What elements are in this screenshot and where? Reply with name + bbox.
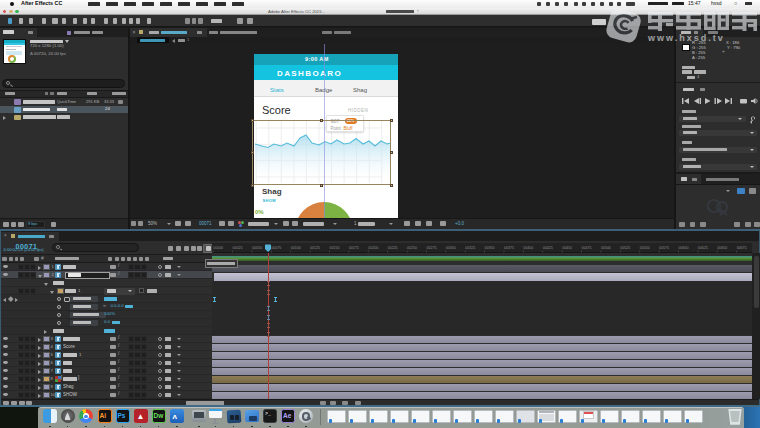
svg-text:00550: 00550 xyxy=(640,247,650,251)
svg-text:00650: 00650 xyxy=(717,247,727,251)
svg-text:00500: 00500 xyxy=(601,247,611,251)
svg-text:00175: 00175 xyxy=(349,247,359,251)
svg-text:00025: 00025 xyxy=(233,247,243,251)
svg-text:00125: 00125 xyxy=(310,247,320,251)
svg-text:00225: 00225 xyxy=(388,247,398,251)
svg-text:00200: 00200 xyxy=(368,247,378,251)
svg-text:00425: 00425 xyxy=(543,247,553,251)
svg-text:00450: 00450 xyxy=(562,247,572,251)
svg-text:00625: 00625 xyxy=(698,247,708,251)
svg-text:00350: 00350 xyxy=(485,247,495,251)
svg-text:00475: 00475 xyxy=(582,247,592,251)
svg-text:00250: 00250 xyxy=(407,247,417,251)
svg-text:00400: 00400 xyxy=(523,247,533,251)
svg-text:00075: 00075 xyxy=(271,247,281,251)
svg-text:00600: 00600 xyxy=(678,247,688,251)
svg-text:00575: 00575 xyxy=(659,247,669,251)
svg-text:00525: 00525 xyxy=(620,247,630,251)
svg-text:00050: 00050 xyxy=(252,247,262,251)
svg-text:www.hxsd.tv: www.hxsd.tv xyxy=(647,33,725,43)
svg-text:00300: 00300 xyxy=(446,247,456,251)
svg-text:00275: 00275 xyxy=(426,247,436,251)
svg-text:00100: 00100 xyxy=(291,247,301,251)
svg-text:00675: 00675 xyxy=(737,247,747,251)
svg-text:00150: 00150 xyxy=(329,247,339,251)
svg-text:00000: 00000 xyxy=(213,247,223,251)
svg-text:00325: 00325 xyxy=(465,247,475,251)
svg-text:00375: 00375 xyxy=(504,247,514,251)
